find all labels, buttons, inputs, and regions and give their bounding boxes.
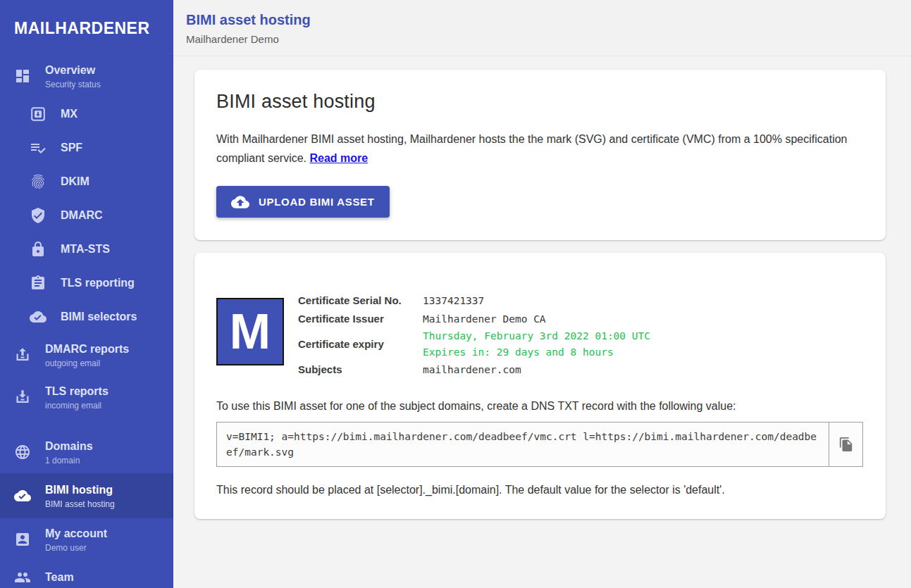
page-subtitle: Mailhardener Demo <box>186 33 911 45</box>
upload-button-label: UPLOAD BIMI ASSET <box>259 196 375 208</box>
cert-value-issuer: Mailhardener Demo CA <box>423 311 546 327</box>
sidebar-item-overview[interactable]: Overview Security status <box>0 55 173 97</box>
cert-label: Certificate Serial No. <box>298 292 423 310</box>
sidebar-item-label: MTA-STS <box>61 242 110 256</box>
sidebar-item-sublabel: BIMI asset hosting <box>45 499 115 509</box>
cert-row-serial: Certificate Serial No. 1337421337 <box>298 292 650 310</box>
playlist-check-icon <box>30 139 47 156</box>
sidebar-item-label: TLS reporting <box>61 276 135 290</box>
sidebar-item-label: BIMI selectors <box>61 310 137 324</box>
sidebar-item-label: DMARC <box>61 208 103 223</box>
card-title: BIMI asset hosting <box>216 91 863 113</box>
sidebar-item-tls-reports[interactable]: TLS reports incoming email <box>0 376 173 418</box>
sidebar-item-team[interactable]: Team <box>0 561 173 588</box>
nav-section-divider <box>0 418 173 431</box>
fingerprint-icon <box>30 173 47 190</box>
shield-check-icon <box>30 207 47 224</box>
sidebar-item-label: DMARC reports <box>45 342 129 356</box>
globe-icon <box>14 444 31 461</box>
inbox-download-icon <box>30 106 47 123</box>
sidebar-item-label: TLS reports <box>45 384 109 399</box>
cloud-check-icon <box>14 487 31 504</box>
sidebar-item-dmarc[interactable]: DMARC <box>0 199 173 232</box>
sidebar-item-sublabel: Security status <box>45 80 101 89</box>
sidebar-item-mta-sts[interactable]: MTA-STS <box>0 232 173 266</box>
copy-icon <box>838 437 854 452</box>
cert-row-subjects: Subjects mailhardener.com <box>298 361 650 379</box>
certificate-details: Certificate Serial No. 1337421337 Certif… <box>298 292 650 379</box>
sidebar: MAILHARDENER Overview Security status MX <box>0 0 173 588</box>
sidebar-item-label: DKIM <box>61 175 89 189</box>
people-icon <box>14 569 31 586</box>
intro-text: With Mailhardener BIMI asset hosting, Ma… <box>216 130 863 168</box>
sidebar-item-tls-reporting[interactable]: TLS reporting <box>0 266 173 300</box>
clipboard-icon <box>30 275 47 292</box>
sidebar-item-sublabel: 1 domain <box>45 456 93 465</box>
sidebar-item-label: Team <box>45 570 74 584</box>
sidebar-item-sublabel: outgoing email <box>45 358 129 368</box>
bimi-mark-logo: M <box>216 298 284 365</box>
app-logo: MAILHARDENER <box>0 0 173 55</box>
sidebar-item-label: BIMI hosting <box>45 483 115 497</box>
cert-label: Certificate Issuer <box>298 310 423 328</box>
sidebar-item-sublabel: incoming email <box>45 401 109 411</box>
sidebar-item-domains[interactable]: Domains 1 domain <box>0 431 173 473</box>
outbox-tray-icon <box>14 346 31 363</box>
cert-value-expiry: Thursday, February 3rd 2022 01:00 UTC Ex… <box>423 328 650 361</box>
sidebar-item-label: MX <box>61 107 78 121</box>
cloud-check-icon <box>30 308 47 325</box>
dns-instruction: To use this BIMI asset for one of the su… <box>216 400 863 413</box>
page-header: BIMI asset hosting Mailhardener Demo <box>173 0 911 56</box>
account-box-icon <box>14 531 31 548</box>
dashboard-icon <box>14 68 31 85</box>
cert-row-expiry: Certificate expiry Thursday, February 3r… <box>298 328 650 361</box>
lock-icon <box>30 241 47 258</box>
sidebar-item-bimi-hosting[interactable]: BIMI hosting BIMI asset hosting <box>0 473 173 518</box>
certificate-card: M Certificate Serial No. 1337421337 Cert… <box>194 253 886 519</box>
content-area: BIMI asset hosting With Mailhardener BIM… <box>173 56 911 588</box>
sidebar-item-label: Overview <box>45 63 101 77</box>
sidebar-nav: Overview Security status MX SPF <box>0 55 173 588</box>
dns-record-value: v=BIMI1; a=https://bimi.mailhardener.com… <box>217 423 829 466</box>
copy-button[interactable] <box>829 423 862 466</box>
intro-card: BIMI asset hosting With Mailhardener BIM… <box>194 70 886 240</box>
sidebar-item-spf[interactable]: SPF <box>0 131 173 165</box>
cert-value-serial: 1337421337 <box>423 293 484 309</box>
inbox-tray-icon <box>14 389 31 406</box>
sidebar-item-sublabel: Demo user <box>45 543 107 553</box>
page-title: BIMI asset hosting <box>186 11 911 29</box>
sidebar-item-bimi-selectors[interactable]: BIMI selectors <box>0 300 173 334</box>
expiry-countdown: Expires in: 29 days and 8 hours <box>423 344 650 361</box>
sidebar-item-label: Domains <box>45 439 93 453</box>
expiry-date: Thursday, February 3rd 2022 01:00 UTC <box>423 328 650 344</box>
selector-note: This record should be placed at [selecto… <box>216 484 863 496</box>
sidebar-item-mx[interactable]: MX <box>0 97 173 131</box>
read-more-link[interactable]: Read more <box>310 152 368 164</box>
cloud-upload-icon <box>231 193 249 211</box>
cert-label: Certificate expiry <box>298 335 423 354</box>
sidebar-item-dmarc-reports[interactable]: DMARC reports outgoing email <box>0 334 173 376</box>
upload-bimi-asset-button[interactable]: UPLOAD BIMI ASSET <box>216 186 390 218</box>
sidebar-item-label: My account <box>45 527 107 541</box>
sidebar-item-my-account[interactable]: My account Demo user <box>0 518 173 561</box>
cert-value-subjects: mailhardener.com <box>423 362 521 378</box>
sidebar-item-dkim[interactable]: DKIM <box>0 165 173 199</box>
cert-label: Subjects <box>298 361 423 379</box>
dns-record-box: v=BIMI1; a=https://bimi.mailhardener.com… <box>216 422 863 467</box>
sidebar-item-label: SPF <box>61 141 82 155</box>
cert-row-issuer: Certificate Issuer Mailhardener Demo CA <box>298 310 650 328</box>
